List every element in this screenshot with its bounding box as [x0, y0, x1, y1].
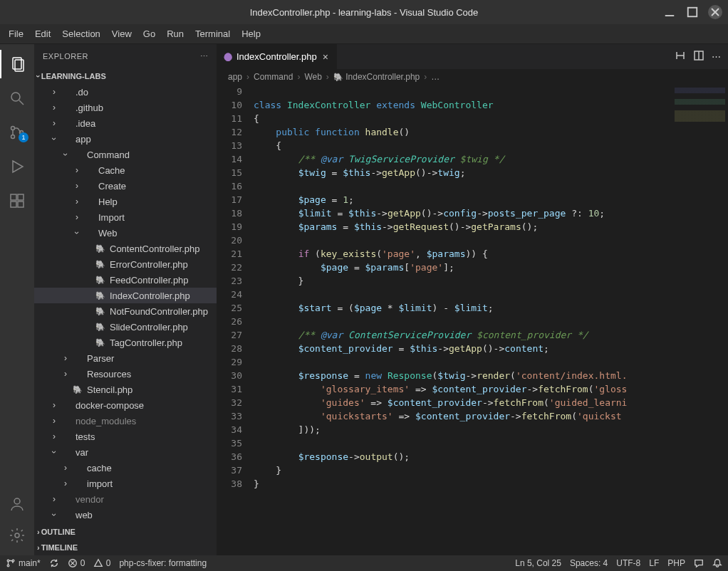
php-file-icon: 🐘	[94, 260, 107, 269]
folder-resources[interactable]: Resources	[34, 366, 217, 382]
editor-more-icon[interactable]: ⋯	[712, 51, 721, 62]
file-slidecontroller.php[interactable]: 🐘SlideController.php	[34, 319, 217, 335]
file-stencil.php[interactable]: 🐘Stencil.php	[34, 382, 217, 397]
activity-bar: 1	[0, 44, 34, 555]
split-editor-icon[interactable]	[693, 50, 704, 63]
folder-var[interactable]: var	[34, 444, 217, 460]
menu-edit[interactable]: Edit	[29, 26, 56, 42]
chevron-icon	[48, 118, 60, 128]
folder-import[interactable]: import	[34, 476, 217, 491]
search-icon[interactable]	[0, 84, 34, 112]
folder-create[interactable]: Create	[34, 178, 217, 194]
menu-terminal[interactable]: Terminal	[189, 26, 236, 42]
breadcrumb[interactable]: app›Command›Web›🐘 IndexController.php›…	[217, 69, 728, 85]
svg-line-7	[19, 100, 24, 105]
file-errorcontroller.php[interactable]: 🐘ErrorController.php	[34, 256, 217, 272]
svg-point-9	[11, 135, 15, 139]
chevron-icon	[71, 228, 83, 238]
folder-tests[interactable]: tests	[34, 429, 217, 444]
folder-.do[interactable]: .do	[34, 84, 217, 100]
accounts-icon[interactable]	[0, 490, 34, 518]
svg-point-20	[7, 560, 9, 562]
folder-app[interactable]: app	[34, 131, 217, 147]
minimap[interactable]	[671, 85, 728, 555]
chevron-icon	[60, 463, 71, 473]
breadcrumb-item[interactable]: app	[228, 72, 242, 82]
file-contentcontroller.php[interactable]: 🐘ContentController.php	[34, 241, 217, 256]
file-indexcontroller.php[interactable]: 🐘IndexController.php	[34, 288, 217, 303]
folder-web[interactable]: Web	[34, 225, 217, 241]
extensions-icon[interactable]	[0, 187, 34, 215]
run-debug-icon[interactable]	[0, 152, 34, 181]
line-gutter: 9101112131415161718192021222324252627282…	[217, 85, 254, 555]
menu-selection[interactable]: Selection	[56, 26, 105, 42]
breadcrumb-item[interactable]: …	[431, 72, 440, 82]
maximize-button[interactable]	[685, 5, 700, 19]
language-mode[interactable]: PHP	[667, 558, 685, 568]
file-feedcontroller.php[interactable]: 🐘FeedController.php	[34, 272, 217, 288]
cursor-position[interactable]: Ln 5, Col 25	[515, 558, 561, 568]
source-control-icon[interactable]: 1	[0, 118, 34, 147]
menu-view[interactable]: View	[106, 26, 137, 42]
sync-icon[interactable]	[49, 558, 59, 568]
svg-rect-1	[688, 8, 697, 17]
scm-badge: 1	[19, 132, 28, 142]
folder-web[interactable]: web	[34, 507, 217, 523]
svg-rect-15	[18, 201, 24, 207]
chevron-icon	[48, 103, 60, 112]
menu-file[interactable]: File	[3, 26, 29, 42]
chevron-icon	[71, 212, 83, 222]
menu-run[interactable]: Run	[161, 26, 189, 42]
timeline-section-header[interactable]: TIMELINE	[34, 540, 217, 555]
breadcrumb-item[interactable]: Web	[304, 72, 321, 82]
file-notfoundcontroller.php[interactable]: 🐘NotFoundController.php	[34, 303, 217, 319]
formatter-status[interactable]: php-cs-fixer: formatting	[119, 558, 207, 568]
folder-node_modules[interactable]: node_modules	[34, 413, 217, 429]
git-branch[interactable]: main*	[6, 558, 41, 568]
file-tree: .do.github.ideaappCommandCacheCreateHelp…	[34, 84, 217, 524]
close-tab-icon[interactable]: ×	[321, 51, 330, 63]
file-tagcontroller.php[interactable]: 🐘TagController.php	[34, 335, 217, 350]
folder-docker-compose[interactable]: docker-compose	[34, 397, 217, 413]
sidebar: EXPLORER ⋯ LEARNING-LABS .do.github.idea…	[34, 44, 217, 555]
compare-icon[interactable]	[675, 50, 686, 63]
explorer-icon[interactable]	[0, 50, 34, 78]
folder-import[interactable]: Import	[34, 209, 217, 225]
encoding[interactable]: UTF-8	[616, 558, 640, 568]
minimize-button[interactable]	[662, 5, 677, 19]
settings-icon[interactable]	[0, 521, 34, 550]
folder-cache[interactable]: Cache	[34, 162, 217, 178]
chevron-icon	[60, 353, 71, 363]
feedback-icon[interactable]	[694, 558, 704, 568]
svg-point-8	[11, 127, 15, 130]
folder-command[interactable]: Command	[34, 147, 217, 162]
chevron-icon	[60, 369, 71, 379]
breadcrumb-item[interactable]: Command	[254, 72, 293, 82]
outline-section-header[interactable]: OUTLINE	[34, 524, 217, 540]
code-editor[interactable]: class IndexController extends WebControl…	[254, 85, 671, 555]
tab-indexcontroller[interactable]: ⬤ IndexController.php ×	[217, 44, 338, 69]
folder-parser[interactable]: Parser	[34, 350, 217, 366]
close-button[interactable]	[708, 5, 722, 19]
folder-.idea[interactable]: .idea	[34, 115, 217, 131]
problems[interactable]: 0 0	[68, 558, 111, 568]
indent[interactable]: Spaces: 4	[570, 558, 608, 568]
chevron-icon	[71, 181, 83, 191]
editor-area: ⬤ IndexController.php × ⋯ app›Command›We…	[217, 44, 728, 555]
status-bar: main* 0 0 php-cs-fixer: formatting Ln 5,…	[0, 555, 728, 571]
project-section-header[interactable]: LEARNING-LABS	[34, 68, 217, 84]
folder-.github[interactable]: .github	[34, 100, 217, 115]
chevron-icon	[48, 134, 60, 144]
folder-vendor[interactable]: vendor	[34, 491, 217, 507]
eol[interactable]: LF	[649, 558, 659, 568]
more-icon[interactable]: ⋯	[200, 52, 209, 61]
notifications-icon[interactable]	[712, 558, 722, 568]
php-file-icon: 🐘	[94, 307, 107, 316]
folder-cache[interactable]: cache	[34, 460, 217, 476]
folder-help[interactable]: Help	[34, 194, 217, 209]
menu-help[interactable]: Help	[236, 26, 266, 42]
menu-go[interactable]: Go	[137, 26, 161, 42]
chevron-right-icon	[37, 543, 40, 552]
chevron-icon	[48, 447, 60, 457]
breadcrumb-item[interactable]: 🐘 IndexController.php	[333, 72, 420, 82]
